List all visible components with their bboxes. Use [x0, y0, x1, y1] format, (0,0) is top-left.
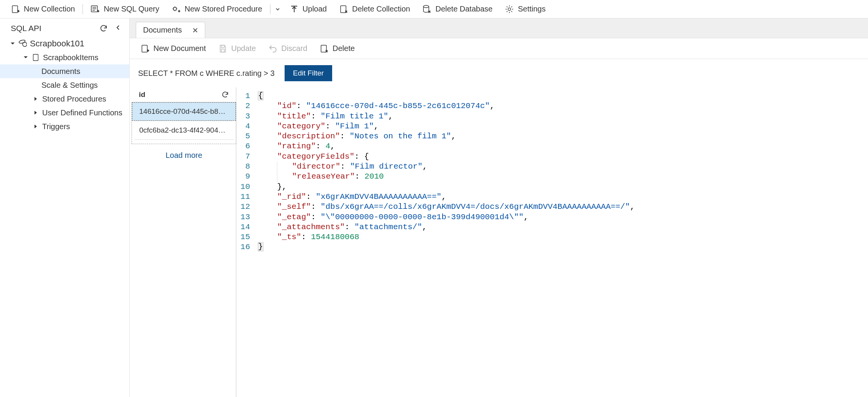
- new-stored-procedure-label: New Stored Procedure: [184, 5, 262, 13]
- line-number: 2: [236, 101, 258, 111]
- line-number: 11: [236, 192, 258, 202]
- code-line: "_self": "dbs/x6grAA==/colls/x6grAKmDVV4…: [258, 202, 635, 212]
- delete-collection-icon: [339, 5, 348, 14]
- tree-item-scale-settings[interactable]: Scale & Settings: [0, 78, 129, 92]
- tree-item-label: Triggers: [42, 122, 70, 131]
- new-document-button[interactable]: New Document: [134, 38, 212, 59]
- upload-label: Upload: [303, 5, 327, 13]
- svg-point-4: [423, 5, 429, 8]
- expand-arrow-icon: [33, 110, 38, 115]
- tree-item-label: User Defined Functions: [42, 108, 122, 117]
- database-icon: [18, 39, 27, 48]
- svg-rect-10: [221, 45, 224, 48]
- save-icon: [218, 44, 227, 53]
- new-query-label: New SQL Query: [104, 5, 159, 13]
- document-row[interactable]: 14616cce-070d-445c-b855-2...: [132, 102, 236, 121]
- refresh-documents-button[interactable]: [221, 91, 229, 98]
- code-line: "director": "Film director",: [258, 162, 427, 172]
- tab-label: Documents: [143, 26, 182, 34]
- tree-item-stored-procedures[interactable]: Stored Procedures: [0, 92, 129, 106]
- refresh-tree-button[interactable]: [99, 24, 108, 33]
- line-number: 4: [236, 121, 258, 131]
- line-number: 13: [236, 212, 258, 222]
- settings-label: Settings: [518, 5, 545, 13]
- delete-database-label: Delete Database: [435, 5, 492, 13]
- database-name: Scrapbook101: [30, 39, 84, 49]
- tab-close-button[interactable]: [193, 28, 198, 33]
- code-line: "rating": 4,: [258, 141, 335, 151]
- collapse-sidebar-button[interactable]: [115, 24, 122, 33]
- tree-item-triggers[interactable]: Triggers: [0, 120, 129, 133]
- code-line: "releaseYear": 2010: [258, 172, 384, 182]
- code-line: },: [258, 182, 287, 192]
- delete-collection-label: Delete Collection: [352, 5, 410, 13]
- tree-item-label: Stored Procedures: [42, 95, 106, 103]
- code-line: "id": "14616cce-070d-445c-b855-2c61c0120…: [258, 101, 495, 111]
- expand-arrow-icon: [23, 55, 28, 60]
- expand-arrow-icon: [33, 124, 38, 129]
- toolbar-dropdown-chevron[interactable]: [272, 7, 283, 12]
- delete-document-button[interactable]: Delete: [313, 38, 361, 59]
- code-line: }: [258, 242, 264, 251]
- resource-tree: Scrapbook101 ScrapbookItems Documents Sc…: [0, 37, 129, 133]
- tree-database-node[interactable]: Scrapbook101: [0, 37, 129, 51]
- code-line: "categoryFields": {: [258, 152, 369, 162]
- content-area: Documents New Document Update: [130, 18, 868, 397]
- new-query-icon: [91, 5, 100, 14]
- tree-item-documents[interactable]: Documents: [0, 64, 129, 78]
- line-number: 15: [236, 232, 258, 242]
- svg-rect-8: [33, 54, 38, 61]
- sidebar: SQL API Scrapbook101: [0, 18, 130, 397]
- tree-item-user-defined-functions[interactable]: User Defined Functions: [0, 106, 129, 120]
- expand-arrow-icon: [10, 41, 15, 46]
- line-number: 16: [236, 242, 258, 252]
- line-number: 14: [236, 222, 258, 232]
- upload-icon: [290, 5, 299, 14]
- new-collection-button[interactable]: New Collection: [5, 0, 81, 18]
- row-separator: [134, 139, 234, 140]
- delete-database-button[interactable]: Delete Database: [416, 0, 499, 18]
- tree-item-label: Scale & Settings: [41, 81, 98, 90]
- filter-row: SELECT * FROM c WHERE c.rating > 3 Edit …: [130, 59, 868, 87]
- new-collection-label: New Collection: [24, 5, 75, 13]
- undo-icon: [268, 44, 277, 53]
- code-line: "description": "Notes on the film 1",: [258, 131, 456, 141]
- expand-arrow-icon: [33, 97, 38, 101]
- code-line: "category": "Film 1",: [258, 121, 379, 131]
- document-list-header: id: [132, 87, 236, 102]
- collection-icon: [31, 53, 40, 62]
- update-label: Update: [231, 44, 256, 53]
- code-line: "_ts": 1544180068: [258, 232, 359, 242]
- load-more-link[interactable]: Load more: [132, 144, 236, 167]
- line-number: 5: [236, 131, 258, 141]
- new-stored-procedure-button[interactable]: New Stored Procedure: [165, 0, 268, 18]
- new-document-label: New Document: [153, 44, 206, 53]
- line-number: 10: [236, 182, 258, 192]
- upload-button[interactable]: Upload: [283, 0, 333, 18]
- delete-collection-button[interactable]: Delete Collection: [333, 0, 416, 18]
- code-line: "_attachments": "attachments/",: [258, 222, 427, 232]
- tree-collection-node[interactable]: ScrapbookItems: [0, 51, 129, 64]
- line-number: 12: [236, 202, 258, 212]
- tab-documents[interactable]: Documents: [136, 22, 205, 38]
- new-collection-icon: [11, 5, 20, 14]
- discard-button: Discard: [262, 38, 313, 59]
- main-toolbar: New Collection New SQL Query New Stored …: [0, 0, 868, 18]
- collection-name: ScrapbookItems: [43, 53, 99, 62]
- line-number: 1: [236, 91, 258, 101]
- code-line: "_etag": "\"00000000-0000-0000-8e1b-399d…: [258, 212, 529, 222]
- delete-database-icon: [422, 5, 432, 14]
- json-editor[interactable]: 1{ 2 "id": "14616cce-070d-445c-b855-2c61…: [236, 87, 868, 397]
- tree-item-label: Documents: [41, 67, 80, 76]
- svg-rect-0: [12, 6, 18, 13]
- update-button: Update: [212, 38, 262, 59]
- line-number: 6: [236, 141, 258, 151]
- sidebar-title: SQL API: [11, 24, 41, 33]
- settings-button[interactable]: Settings: [499, 0, 552, 18]
- line-number: 8: [236, 162, 258, 172]
- document-toolbar: New Document Update Discard Delete: [130, 38, 868, 59]
- edit-filter-button[interactable]: Edit Filter: [285, 65, 332, 81]
- document-row[interactable]: 0cfc6ba2-dc13-4f42-9042-06...: [132, 121, 236, 139]
- line-number: 9: [236, 172, 258, 182]
- new-sql-query-button[interactable]: New SQL Query: [84, 0, 165, 18]
